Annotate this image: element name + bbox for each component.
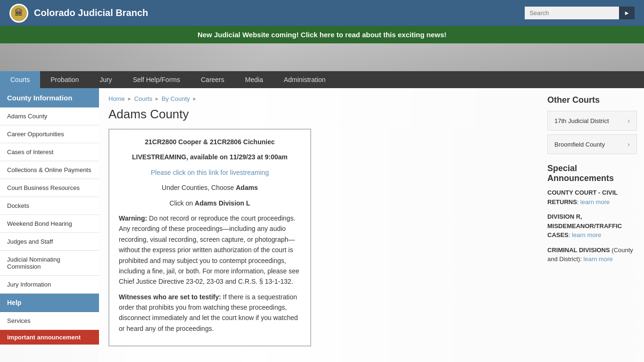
- search-input[interactable]: [525, 7, 619, 19]
- nav-media[interactable]: Media: [235, 71, 273, 88]
- sidebar-item-career[interactable]: Career Opportunities: [0, 125, 99, 143]
- nav-selfhelp[interactable]: Self Help/Forms: [123, 71, 190, 88]
- right-column: Other Courts 17th Judicial District › Br…: [540, 88, 644, 362]
- breadcrumb-home[interactable]: Home: [108, 95, 125, 102]
- special-announcements-title: Special Announcements: [547, 164, 637, 183]
- site-header: 🏛 Colorado Judicial Branch ►: [0, 0, 644, 26]
- logo-icon: 🏛: [9, 4, 28, 23]
- breadcrumb-arrow-2: ►: [155, 96, 159, 101]
- sidebar-item-judicial-nominating[interactable]: Judicial Nominating Commission: [0, 251, 99, 276]
- site-title: Colorado Judicial Branch: [34, 8, 148, 18]
- announcement-banner[interactable]: New Judicial Website coming! Click here …: [0, 26, 644, 43]
- main-content: Home ► Courts ► By County ► Adams County…: [99, 88, 540, 362]
- sidebar-item-jury[interactable]: Jury Information: [0, 276, 99, 294]
- sidebar-item-weekend-bond[interactable]: Weekend Bond Hearing: [0, 215, 99, 233]
- nav-probation[interactable]: Probation: [40, 71, 89, 88]
- hero-area: Courts Probation Jury Self Help/Forms Ca…: [0, 43, 644, 88]
- sidebar-section-help: Help: [0, 294, 99, 312]
- announcement-1-link[interactable]: learn more: [580, 198, 610, 206]
- instruction1: Under Counties, Choose Adams: [119, 182, 301, 193]
- sidebar: County Information Adams County Career O…: [0, 88, 99, 362]
- search-button[interactable]: ►: [619, 7, 635, 19]
- chevron-right-icon: ›: [627, 117, 630, 124]
- announcement-2: DIVISION R, MISDEMEANOR/TRAFFIC CASES: l…: [547, 212, 637, 240]
- search-area: ►: [525, 7, 635, 19]
- sidebar-item-dockets[interactable]: Dockets: [0, 197, 99, 215]
- warning-text: Warning: Do not record or reproduce the …: [119, 213, 301, 287]
- sidebar-item-judges[interactable]: Judges and Staff: [0, 233, 99, 251]
- important-announcement-bar[interactable]: important announcement: [0, 330, 99, 345]
- page-body: County Information Adams County Career O…: [0, 88, 644, 362]
- announcement-3: CRIMINAL DIVISIONS (County and District)…: [547, 246, 637, 264]
- breadcrumb-courts[interactable]: Courts: [134, 95, 152, 102]
- notice-box: 21CR2800 Cooper & 21CR2806 Cichuniec LIV…: [108, 129, 311, 346]
- nav-jury[interactable]: Jury: [89, 71, 122, 88]
- page-title: Adams County: [108, 107, 531, 122]
- logo-area: 🏛 Colorado Judicial Branch: [9, 4, 148, 23]
- court-link-broomfield[interactable]: Broomfield County ›: [547, 134, 637, 154]
- breadcrumb-arrow-3: ►: [192, 96, 197, 101]
- breadcrumb-by-county[interactable]: By County: [162, 95, 190, 102]
- breadcrumb-arrow-1: ►: [127, 96, 132, 101]
- case-title: 21CR2800 Cooper & 21CR2806 Cichuniec: [145, 138, 274, 146]
- sidebar-header: County Information: [0, 88, 99, 107]
- announcement-3-link[interactable]: learn more: [584, 255, 613, 263]
- nav-careers[interactable]: Careers: [190, 71, 235, 88]
- announcement-2-link[interactable]: learn more: [572, 231, 601, 239]
- nav-courts[interactable]: Courts: [0, 71, 40, 88]
- other-courts-title: Other Courts: [547, 95, 637, 105]
- main-navigation: Courts Probation Jury Self Help/Forms Ca…: [0, 71, 644, 88]
- chevron-right-icon-2: ›: [627, 140, 630, 148]
- sidebar-item-collections[interactable]: Collections & Online Payments: [0, 161, 99, 179]
- sidebar-item-cases[interactable]: Cases of Interest: [0, 143, 99, 161]
- sidebar-item-court-business[interactable]: Court Business Resources: [0, 179, 99, 197]
- nav-administration[interactable]: Administration: [273, 71, 336, 88]
- sidebar-item-adams-county[interactable]: Adams County: [0, 107, 99, 125]
- livestream-date: LIVESTREAMING, available on 11/29/23 at …: [132, 153, 288, 161]
- special-announcements: Special Announcements COUNTY COURT - CIV…: [547, 164, 637, 264]
- breadcrumb: Home ► Courts ► By County ►: [108, 95, 531, 102]
- court-link-17th[interactable]: 17th Judicial District ›: [547, 111, 637, 131]
- announcement-1: COUNTY COURT - CIVIL RETURNS: learn more: [547, 188, 637, 206]
- witnesses-text: Witnesses who are set to testify: If the…: [119, 292, 301, 334]
- livestream-link[interactable]: Please click on this link for livestream…: [151, 169, 269, 176]
- sidebar-item-services[interactable]: Services: [0, 312, 99, 330]
- instruction2: Click on Adams Division L: [119, 198, 301, 208]
